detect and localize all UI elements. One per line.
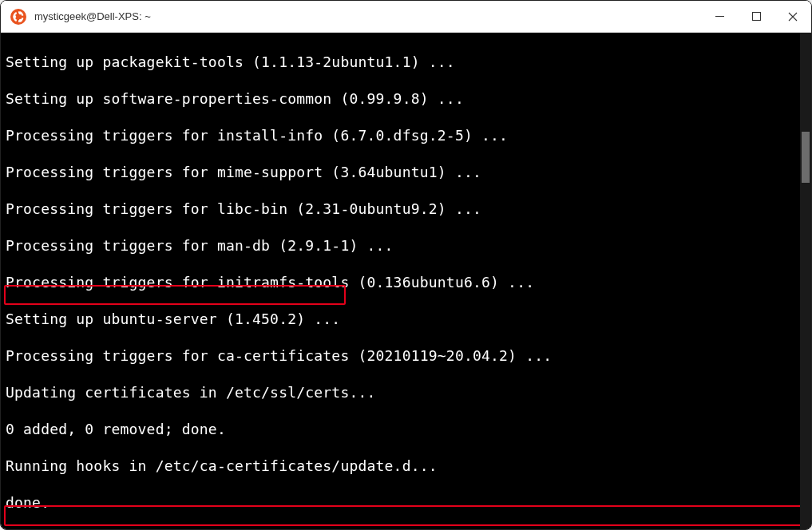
maximize-button[interactable] — [738, 1, 774, 32]
svg-rect-4 — [752, 13, 760, 21]
minimize-button[interactable] — [701, 1, 738, 32]
output-line: Processing triggers for man-db (2.9.1-1)… — [6, 236, 811, 255]
svg-point-0 — [10, 9, 26, 25]
output-line: Processing triggers for install-info (6.… — [6, 126, 811, 144]
output-line: Updating certificates in /etc/ssl/certs.… — [6, 383, 811, 401]
output-line: Setting up software-properties-common (0… — [6, 89, 811, 108]
titlebar[interactable]: mysticgeek@Dell-XPS: ~ — [1, 1, 811, 33]
output-line: Processing triggers for ca-certificates … — [6, 346, 811, 365]
scrollbar-track[interactable] — [800, 33, 811, 529]
window-title: mysticgeek@Dell-XPS: ~ — [34, 10, 701, 22]
output-line: Setting up packagekit-tools (1.1.13-2ubu… — [6, 53, 811, 71]
terminal-output[interactable]: Setting up packagekit-tools (1.1.13-2ubu… — [1, 33, 811, 529]
output-line: Processing triggers for mime-support (3.… — [6, 163, 811, 181]
output-line: Processing triggers for libc-bin (2.31-0… — [6, 200, 811, 218]
terminal-window: mysticgeek@Dell-XPS: ~ Setting up packag… — [0, 0, 812, 530]
output-line: Running hooks in /etc/ca-certificates/up… — [6, 457, 811, 475]
output-line: Processing triggers for initramfs-tools … — [6, 273, 811, 291]
close-button[interactable] — [774, 1, 811, 32]
output-line: Setting up ubuntu-server (1.450.2) ... — [6, 310, 811, 328]
scrollbar-thumb[interactable] — [802, 132, 810, 183]
output-line: 0 added, 0 removed; done. — [6, 420, 811, 438]
terminal-area[interactable]: Setting up packagekit-tools (1.1.13-2ubu… — [1, 33, 811, 529]
output-line: done. — [6, 493, 811, 512]
window-controls — [701, 1, 811, 32]
ubuntu-icon — [10, 9, 26, 25]
